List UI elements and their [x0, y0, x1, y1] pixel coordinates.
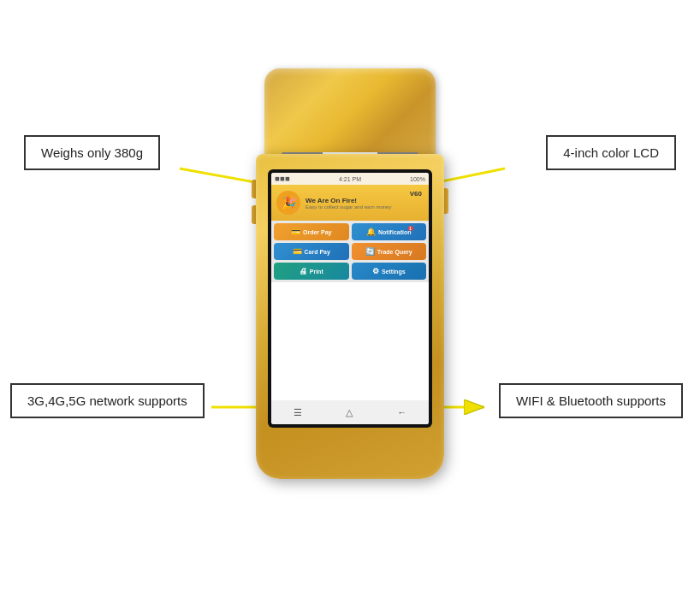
settings-icon: ⚙: [372, 267, 379, 275]
app-order-pay[interactable]: 💳 Order Pay: [274, 223, 349, 240]
app-notification[interactable]: 🔔 Notification 1: [352, 223, 427, 240]
nav-bar: ☰ △ ←: [271, 400, 429, 424]
signal-indicator: ◼◼◼: [275, 175, 290, 182]
app-title: We Are On Fire!: [306, 197, 424, 204]
network-label: 3G,4G,5G network supports: [10, 383, 205, 418]
weight-label: Weighs only 380g: [24, 135, 160, 170]
print-icon: 🖨: [300, 267, 307, 275]
device: ◼◼◼ 4:21 PM 100% 🎉 We Are On Fire! Easy …: [256, 68, 444, 479]
menu-nav-button[interactable]: ☰: [294, 407, 302, 418]
app-header-text: We Are On Fire! Easy to collect sugar an…: [306, 197, 424, 210]
model-label: V60: [410, 190, 422, 198]
app-settings[interactable]: ⚙ Settings: [352, 263, 427, 280]
notification-badge: 1: [408, 226, 413, 231]
status-bar: ◼◼◼ 4:21 PM 100%: [271, 173, 429, 185]
app-card-pay[interactable]: 💳 Card Pay: [274, 243, 349, 260]
lcd-label: 4-inch color LCD: [546, 135, 676, 170]
home-nav-button[interactable]: △: [346, 407, 353, 418]
card-pay-icon: 💳: [293, 247, 302, 256]
app-subtitle: Easy to collect sugar and earn money: [306, 204, 424, 210]
settings-label: Settings: [382, 269, 406, 275]
trade-query-label: Trade Query: [377, 249, 412, 255]
screen: ◼◼◼ 4:21 PM 100% 🎉 We Are On Fire! Easy …: [271, 173, 429, 424]
back-nav-button[interactable]: ←: [397, 407, 406, 417]
card-pay-label: Card Pay: [305, 249, 330, 255]
app-trade-query[interactable]: 🔄 Trade Query: [352, 243, 427, 260]
order-pay-icon: 💳: [291, 228, 300, 236]
trade-query-icon: 🔄: [365, 247, 375, 256]
side-button-left-1[interactable]: [252, 180, 256, 198]
side-button-left-2[interactable]: [252, 205, 256, 224]
notification-icon: 🔔: [366, 228, 376, 236]
app-print[interactable]: 🖨 Print: [274, 263, 349, 280]
side-button-right[interactable]: [444, 188, 448, 214]
device-top: [264, 68, 436, 163]
time-display: 4:21 PM: [339, 176, 361, 182]
battery-indicator: 100%: [410, 176, 425, 182]
app-header-icon: 🎉: [276, 191, 300, 215]
screen-bezel: ◼◼◼ 4:21 PM 100% 🎉 We Are On Fire! Easy …: [268, 169, 432, 428]
device-body: ◼◼◼ 4:21 PM 100% 🎉 We Are On Fire! Easy …: [256, 154, 444, 479]
print-label: Print: [310, 269, 323, 275]
app-grid: 💳 Order Pay 🔔 Notification 1: [271, 221, 429, 282]
app-header: 🎉 We Are On Fire! Easy to collect sugar …: [271, 185, 429, 221]
order-pay-label: Order Pay: [303, 229, 331, 235]
notification-label: Notification: [378, 229, 412, 235]
wifi-label: WIFI & Bluetooth supports: [499, 383, 683, 418]
